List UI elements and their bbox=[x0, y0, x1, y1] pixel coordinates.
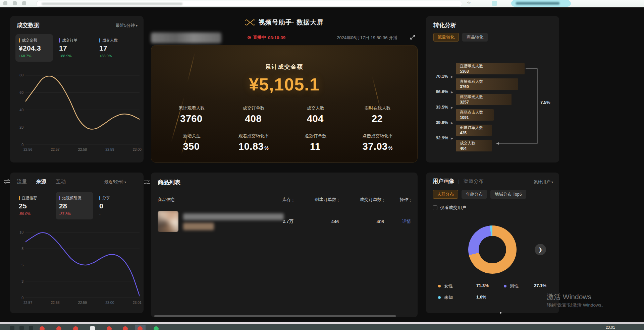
stat-item: 累计观看人数 3760 bbox=[161, 105, 223, 124]
live-status: 直播中 03:10:39 bbox=[248, 35, 285, 41]
metric-card-orders[interactable]: 成交订单 17 +88.9% bbox=[56, 34, 93, 62]
taskbar-clock: 23:01 bbox=[606, 325, 615, 329]
browser-forward-icon[interactable] bbox=[13, 1, 17, 5]
col-deal-orders[interactable]: 成交订单数▴▾ bbox=[339, 197, 384, 203]
blurred-account-name bbox=[151, 32, 221, 43]
legend-male: 男性 bbox=[504, 283, 519, 289]
blurred-url bbox=[42, 3, 182, 5]
stat-item: 观看成交转化率 10.83% bbox=[223, 133, 285, 152]
stat-item: 实时在线人数 22 bbox=[346, 105, 409, 124]
indicator-bar bbox=[99, 196, 100, 200]
metric-card-gmv[interactable]: 成交金额 ¥204.3 +68.7% bbox=[15, 34, 53, 62]
user-portrait-panel: 用户画像 | 渠道分布 累计用户▾ 人群分布 年龄分布 地域分布 Top5 仅看… bbox=[426, 173, 559, 313]
browser-toolbar: ☆ bbox=[0, 0, 644, 7]
metric-card-share[interactable]: 分享 0 - bbox=[96, 192, 133, 219]
browser-profile-button[interactable] bbox=[511, 0, 571, 7]
detail-link[interactable]: 详情 bbox=[384, 218, 411, 224]
taskbar-app-icon[interactable] bbox=[154, 326, 159, 330]
col-product-info: 商品信息 bbox=[158, 197, 262, 203]
traffic-panel: 流量 来源 互动 最近5分钟▾ 直播推荐 25 -59.0% 短视频引流 28 … bbox=[10, 173, 144, 313]
indicator-bar bbox=[59, 38, 60, 43]
tab-user-portrait[interactable]: 用户画像 bbox=[433, 178, 454, 185]
checkbox-icon[interactable] bbox=[433, 205, 437, 210]
stat-item: 新增关注 350 bbox=[161, 133, 223, 152]
legend-male-value: 27.1% bbox=[534, 283, 546, 288]
taskbar-app-icon[interactable] bbox=[107, 326, 112, 330]
time-range-dropdown[interactable]: 最近5分钟▾ bbox=[104, 179, 126, 185]
browser-back-icon[interactable] bbox=[3, 1, 7, 5]
taskbar-app-icon[interactable] bbox=[73, 326, 78, 330]
windows-activation-watermark: 激活 Windows bbox=[547, 292, 591, 302]
col-stock[interactable]: 库存▴▾ bbox=[262, 197, 293, 203]
taskbar-app-icon[interactable] bbox=[29, 326, 33, 330]
blurred-profile-text bbox=[516, 2, 559, 5]
taskbar-app-icon[interactable] bbox=[56, 326, 61, 330]
windows-taskbar: 23:01 bbox=[0, 322, 644, 330]
legend-female: 女性 bbox=[438, 283, 453, 289]
traffic-metric-cards: 直播推荐 25 -59.0% 短视频引流 28 -37.8% 分享 0 - bbox=[15, 192, 133, 219]
kpi-summary-panel: 累计成交金额 ¥5,105.1 累计观看人数 3760 成交订单数 408 成交… bbox=[151, 45, 418, 162]
deal-users-filter[interactable]: 仅看成交用户 bbox=[433, 205, 466, 211]
tab-interaction[interactable]: 互动 bbox=[56, 179, 66, 185]
taskbar-app-icon[interactable] bbox=[138, 326, 143, 330]
carousel-next-button[interactable]: ❯ bbox=[535, 244, 546, 255]
x-axis-labels: 22:5622:57 22:5822:59 23:00 bbox=[23, 147, 142, 151]
deal-metric-cards: 成交金额 ¥204.3 +68.7% 成交订单 17 +88.9% 成交人数 1… bbox=[15, 34, 133, 62]
tab-source[interactable]: 来源 bbox=[36, 179, 46, 185]
table-row[interactable]: 2.7万 446 408 详情 bbox=[158, 209, 411, 234]
panel-title: 转化分析 bbox=[433, 21, 456, 29]
tab-traffic-conversion[interactable]: 流量转化 bbox=[433, 33, 459, 42]
horizontal-scrollbar[interactable] bbox=[154, 315, 396, 317]
tab-region-top5[interactable]: 地域分布 Top5 bbox=[490, 190, 526, 199]
time-range-dropdown[interactable]: 最近5分钟▾ bbox=[116, 23, 138, 28]
live-label: 直播中 bbox=[253, 35, 266, 41]
created-orders-value: 446 bbox=[293, 219, 339, 224]
traffic-trend-chart bbox=[25, 232, 140, 298]
indicator-bar bbox=[19, 38, 20, 43]
browser-refresh-icon[interactable] bbox=[22, 1, 26, 5]
fullscreen-icon[interactable] bbox=[410, 34, 416, 40]
product-list-panel: 商品列表 商品信息 库存▴▾ 创建订单数▴▾ 成交订单数▴▾ 操作▴▾ 2.7万… bbox=[151, 173, 418, 317]
taskbar-top-strip bbox=[0, 322, 644, 324]
kpi-caption: 累计成交金额 bbox=[151, 63, 417, 71]
broadcast-start-time: 2024年06月17日 19:50:36 开播 bbox=[337, 35, 397, 41]
deal-orders-value: 408 bbox=[339, 219, 384, 224]
start-button[interactable] bbox=[10, 326, 14, 330]
gender-donut-chart bbox=[468, 225, 517, 274]
metric-card-short-video[interactable]: 短视频引流 28 -37.8% bbox=[56, 192, 93, 219]
chevron-down-icon: ▾ bbox=[124, 180, 126, 184]
col-actions[interactable]: 操作▴▾ bbox=[384, 197, 411, 203]
live-timer: 03:10:39 bbox=[268, 35, 285, 40]
stat-item: 成交人数 404 bbox=[285, 105, 347, 124]
settings-sliders-icon[interactable] bbox=[144, 180, 150, 184]
col-created-orders[interactable]: 创建订单数▴▾ bbox=[293, 197, 339, 203]
tab-traffic[interactable]: 流量 bbox=[17, 179, 27, 185]
metric-card-live-recommend[interactable]: 直播推荐 25 -59.0% bbox=[15, 192, 53, 219]
taskbar-app-icon[interactable] bbox=[123, 326, 128, 330]
overall-rate-bracket bbox=[426, 63, 559, 160]
carousel-dot[interactable] bbox=[500, 312, 501, 314]
address-bar[interactable] bbox=[36, 1, 462, 7]
extension-icon[interactable] bbox=[492, 1, 497, 6]
settings-sliders-icon[interactable] bbox=[4, 179, 10, 184]
product-name-blurred bbox=[183, 212, 262, 231]
page-title: 视频号助手· 数据大屏 bbox=[259, 18, 324, 27]
tab-product-conversion[interactable]: 商品转化 bbox=[462, 33, 488, 42]
metric-card-buyers[interactable]: 成交人数 17 +88.9% bbox=[96, 34, 133, 62]
taskbar-app-icon[interactable] bbox=[90, 326, 95, 330]
product-thumbnail-blurred bbox=[158, 211, 178, 232]
chevron-down-icon: ▾ bbox=[136, 24, 138, 27]
taskbar-app-icon[interactable] bbox=[40, 326, 45, 330]
legend-unknown: 未知 bbox=[438, 294, 453, 301]
live-dot-icon bbox=[248, 36, 251, 39]
tab-channel-distribution[interactable]: 渠道分布 bbox=[464, 178, 484, 185]
bookmark-star-icon[interactable]: ☆ bbox=[467, 0, 471, 5]
stat-item: 成交订单数 408 bbox=[223, 105, 285, 124]
panel-title: 商品列表 bbox=[158, 179, 180, 186]
conversion-panel: 转化分析 流量转化 商品转化 直播曝光人数5363 直播观看人数3760 商品曝… bbox=[426, 16, 559, 162]
tab-gender-distribution[interactable]: 人群分布 bbox=[433, 190, 458, 199]
taskbar-search-icon[interactable] bbox=[19, 326, 24, 330]
tab-age-distribution[interactable]: 年龄分布 bbox=[462, 190, 487, 199]
user-scope-dropdown[interactable]: 累计用户▾ bbox=[534, 179, 553, 185]
chevron-down-icon: ▾ bbox=[551, 180, 553, 184]
